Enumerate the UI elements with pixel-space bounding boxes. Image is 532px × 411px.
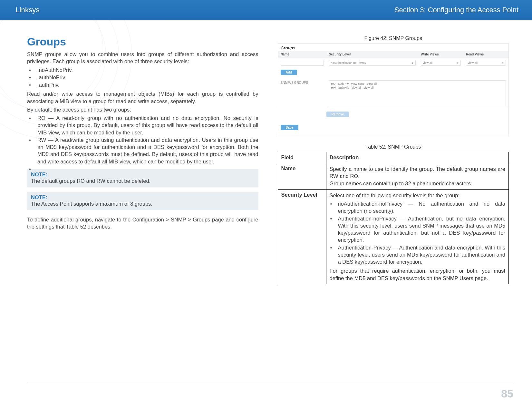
table-row: Name Specify a name to use to identify t…	[278, 163, 509, 190]
mini-add-button[interactable]: Add	[281, 70, 297, 75]
note-body: The default groups RO and RW cannot be d…	[31, 178, 150, 184]
th-description: Description	[326, 152, 509, 163]
mini-security-value: noAuthentication-noPrivacy	[331, 61, 366, 64]
body-text: To define additional groups, navigate to…	[27, 216, 258, 230]
security-options-list: noAuthentication-noPrivacy — No authenti…	[330, 200, 506, 265]
mini-col-read: Read Views	[463, 51, 508, 58]
note-box-1: NOTE: The default groups RO and RW canno…	[27, 169, 258, 187]
note-label: NOTE:	[31, 194, 255, 201]
list-item: .noAuthNoPriv.	[27, 66, 258, 73]
left-column: Groups SNMP groups allow you to combine …	[27, 35, 258, 284]
cell-desc-p1: Specify a name to use to identify the gr…	[330, 165, 506, 180]
cell-field: Name	[281, 165, 296, 171]
mini-list-row: RW - authPriv - view-all - view-all	[331, 86, 504, 90]
th-field: Field	[278, 152, 326, 163]
mini-footer: Remove	[278, 108, 509, 122]
list-item: .authPriv.	[27, 81, 258, 88]
mini-write-select[interactable]: view-all ▼	[421, 60, 461, 66]
mini-remove-button[interactable]: Remove	[326, 112, 349, 117]
chevron-down-icon: ▼	[502, 62, 504, 64]
default-groups-list: RO — A read-only group with no authentic…	[27, 114, 258, 165]
table-header-row: Field Description	[278, 152, 509, 163]
page-number: 85	[501, 387, 513, 400]
figure-snmp-groups: Groups Name Security Level Write Views R…	[278, 43, 509, 136]
note-label: NOTE:	[31, 171, 255, 178]
mini-ui-title: Groups	[278, 44, 509, 51]
mini-security-select[interactable]: noAuthentication-noPrivacy ▼	[329, 60, 416, 66]
tail-paragraph: To define additional groups, navigate to…	[27, 216, 258, 230]
cell-field: Security Level	[281, 192, 317, 198]
mini-save-button[interactable]: Save	[281, 125, 298, 130]
mini-name-input[interactable]	[281, 60, 324, 66]
table-row: Security Level Select one of the followi…	[278, 189, 509, 284]
mini-read-select[interactable]: view-all ▼	[466, 60, 506, 66]
list-item: RW — A read/write group using authentica…	[27, 136, 258, 165]
chevron-down-icon: ▼	[457, 62, 459, 64]
mini-read-value: view-all	[468, 61, 478, 64]
brand-name: Linksys	[15, 6, 40, 14]
chevron-down-icon: ▼	[411, 62, 414, 64]
cell-desc-tail: For groups that require authentication, …	[330, 267, 506, 282]
mini-col-name: Name	[278, 51, 326, 58]
mini-list-row: RO - authPriv - view-none - view-all	[331, 82, 504, 86]
note-box-2: NOTE: The Access Point supports a maximu…	[27, 192, 258, 210]
mini-col-security: Security Level	[326, 51, 419, 58]
mini-groups-label: SNMPv3 GROUPS	[278, 78, 326, 108]
note-body: The Access Point supports a maximum of 8…	[31, 201, 152, 207]
security-levels-list: .noAuthNoPriv. .authNoPriv. .authPriv.	[27, 66, 258, 89]
list-item: RO — A read-only group with no authentic…	[27, 114, 258, 136]
table-caption: Table 52: SNMP Groups	[278, 144, 509, 150]
mini-ui-header-row: Name Security Level Write Views Read Vie…	[278, 51, 509, 68]
list-item: Authentication-noPrivacy — Authenticatio…	[330, 215, 506, 244]
section-title: Section 3: Configuring the Access Point	[394, 6, 518, 14]
document-header: Linksys Section 3: Configuring the Acces…	[0, 0, 532, 20]
figure-caption: Figure 42: SNMP Groups	[278, 35, 509, 41]
footer-rule	[27, 383, 513, 383]
cell-desc-p2: Group names can contain up to 32 alphanu…	[330, 180, 506, 187]
list-item: Authentication-Privacy — Authentication …	[330, 244, 506, 266]
cell-desc-intro: Select one of the following security lev…	[330, 192, 506, 199]
list-item: noAuthentication-noPrivacy — No authenti…	[330, 200, 506, 215]
mini-col-write: Write Views	[418, 51, 463, 58]
mini-groups-area: SNMPv3 GROUPS RO - authPriv - view-none …	[278, 78, 509, 108]
snmp-groups-table: Field Description Name Specify a name to…	[278, 152, 509, 284]
mini-write-value: view-all	[423, 61, 432, 64]
right-column: Figure 42: SNMP Groups Groups Name Secur…	[278, 35, 509, 284]
list-item: .authNoPriv.	[27, 74, 258, 81]
mini-save-row: Save	[278, 122, 509, 136]
mini-groups-listbox[interactable]: RO - authPriv - view-none - view-all RW …	[329, 80, 506, 106]
